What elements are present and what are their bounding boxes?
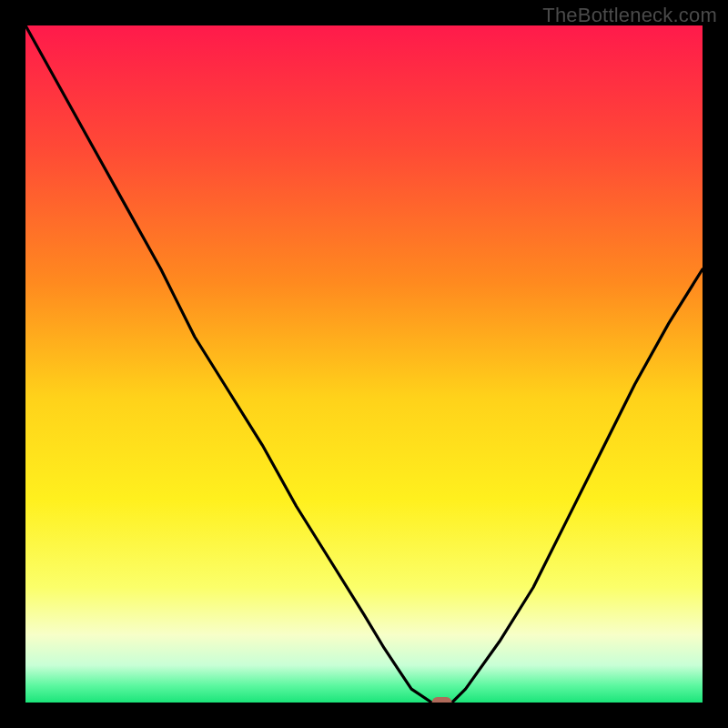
chart-frame: TheBottleneck.com (0, 0, 728, 728)
minimum-marker (432, 697, 452, 703)
plot-area (25, 25, 703, 703)
plot-svg (25, 25, 703, 703)
gradient-background (25, 25, 703, 703)
watermark-text: TheBottleneck.com (542, 4, 717, 27)
